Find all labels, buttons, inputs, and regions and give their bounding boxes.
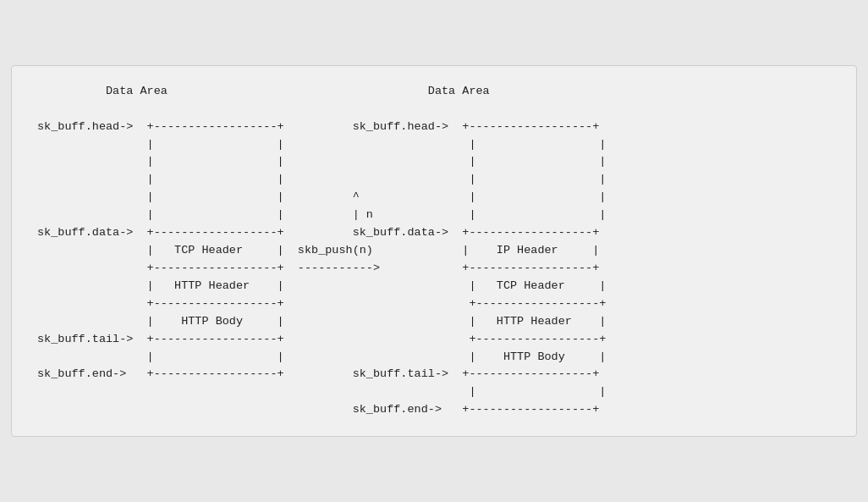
main-container: Data Area Data Area sk_buff.head-> +----… <box>11 65 857 438</box>
full-diagram: Data Area Data Area sk_buff.head-> +----… <box>37 83 831 420</box>
